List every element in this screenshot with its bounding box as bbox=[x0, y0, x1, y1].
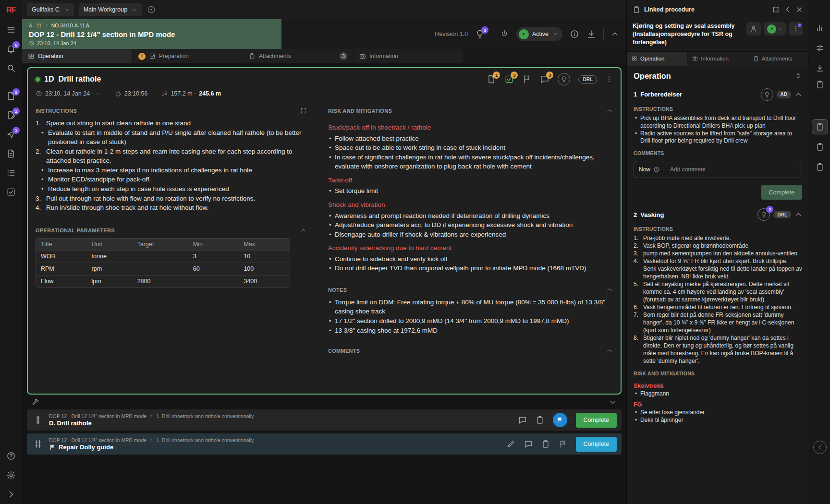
flag-icon bbox=[49, 444, 56, 451]
report-edit-icon: 1 bbox=[6, 110, 16, 120]
clock-icon bbox=[653, 166, 660, 173]
notifications-badge: 5 bbox=[12, 41, 20, 48]
menu-icon bbox=[6, 25, 16, 35]
camera-icon bbox=[692, 56, 698, 61]
panel-icon bbox=[816, 163, 824, 171]
chevron-down-icon bbox=[778, 26, 782, 31]
clock-icon bbox=[36, 90, 42, 97]
clipboard-icon bbox=[753, 56, 759, 61]
comment-button[interactable] bbox=[524, 440, 533, 448]
fullscreen-icon[interactable] bbox=[300, 108, 307, 114]
risk-item: Adjust/reduce parameters acc. to DD if e… bbox=[328, 220, 613, 230]
risk-item: Disengage auto-driller if shock & vibrat… bbox=[328, 230, 613, 240]
expand-collapse-all-button[interactable] bbox=[794, 72, 802, 80]
risk-item: Flaggmann bbox=[634, 390, 802, 398]
suggestion-button[interactable] bbox=[761, 88, 773, 101]
chart-icon bbox=[816, 24, 824, 32]
instruction-sub-item: Increase to max 3 meter steps if no indi… bbox=[36, 166, 307, 175]
instruction-sub-item: Reduce length on each step in case hole … bbox=[36, 184, 307, 194]
panel-icon bbox=[816, 122, 824, 131]
expand-tasks-button[interactable] bbox=[609, 398, 617, 406]
notification-dot bbox=[798, 24, 801, 27]
more-options-button[interactable] bbox=[789, 22, 803, 36]
risk-item: Follow attached best practice bbox=[328, 134, 613, 144]
timer-icon bbox=[115, 90, 122, 97]
document-icon bbox=[6, 149, 16, 158]
panel-icon bbox=[816, 143, 824, 151]
step-instructions: Pick up BHA assemblies from deck and tra… bbox=[634, 115, 802, 145]
flag-icon bbox=[556, 417, 563, 424]
risk-item: Do not drill deeper TVD than origional w… bbox=[328, 264, 613, 273]
chevron-up-icon[interactable] bbox=[606, 348, 613, 354]
flag-button[interactable] bbox=[522, 74, 532, 84]
person-icon bbox=[750, 25, 757, 33]
comment-button[interactable] bbox=[518, 416, 527, 424]
flag-button[interactable] bbox=[559, 440, 567, 448]
attachments-button[interactable]: 1 bbox=[487, 74, 496, 84]
depth-icon bbox=[161, 90, 168, 97]
lightbulb-icon bbox=[760, 211, 767, 218]
download-button[interactable] bbox=[586, 29, 596, 39]
close-panel-button[interactable] bbox=[795, 6, 803, 13]
info-button[interactable] bbox=[570, 29, 579, 39]
note-item: 13 3/8" casing shoe at 1972,6 mMD bbox=[328, 326, 613, 336]
chevron-up-icon[interactable] bbox=[300, 227, 307, 234]
check-square-icon bbox=[149, 53, 156, 60]
grid-icon bbox=[28, 53, 35, 60]
download-icon bbox=[816, 64, 824, 72]
start-procedure-dropdown[interactable] bbox=[764, 22, 786, 36]
collapse-step-button[interactable] bbox=[794, 211, 802, 218]
reports-badge: 1 bbox=[12, 108, 20, 115]
clipboard-icon bbox=[249, 53, 256, 60]
notes-list: Torque limit on DDM: Free rotating torqu… bbox=[328, 298, 613, 335]
chevron-right-icon bbox=[44, 23, 49, 28]
checklist-button[interactable]: 3 bbox=[504, 74, 514, 84]
clipboard-icon bbox=[633, 6, 640, 13]
chevron-left-icon bbox=[817, 444, 823, 451]
grid-icon bbox=[632, 56, 637, 61]
back-button[interactable] bbox=[784, 6, 792, 13]
instruction-item: Radio active sources to be lifted from "… bbox=[634, 130, 802, 145]
help-icon bbox=[6, 451, 16, 461]
report-button[interactable] bbox=[541, 440, 550, 448]
assignee-button[interactable] bbox=[746, 22, 761, 36]
chevron-down-icon bbox=[552, 31, 558, 37]
sensor-icon bbox=[500, 29, 509, 39]
risk-item: Awareness and prompt reaction needed if … bbox=[328, 211, 613, 221]
instruction-sub-item: Monitor ECD/standpipe for pack-off. bbox=[36, 175, 307, 184]
collapse-step-button[interactable] bbox=[794, 91, 802, 98]
clipboard-icon bbox=[816, 80, 824, 89]
instruction-sub-item: Evaluate to start in middle of stand and… bbox=[36, 128, 307, 147]
lightbulb-icon bbox=[764, 91, 770, 98]
bell-icon: 5 bbox=[6, 44, 16, 54]
procedures-badge: 2 bbox=[12, 88, 20, 96]
sync-status-icon[interactable] bbox=[146, 5, 156, 14]
suggestions-badge: 3 bbox=[481, 26, 488, 34]
chevron-right-icon bbox=[149, 414, 154, 419]
note-item: 17 1/2" section drilled to 2000,9 mMD (1… bbox=[328, 316, 613, 326]
filter-icon bbox=[816, 44, 824, 52]
chevron-right-icon bbox=[149, 438, 154, 443]
report-button[interactable] bbox=[536, 416, 544, 424]
note-item: Torque limit on DDM: Free rotating torqu… bbox=[328, 298, 613, 316]
open-in-window-button[interactable] bbox=[772, 6, 780, 13]
comments-button[interactable]: 3 bbox=[540, 74, 549, 84]
risk-items: Se etter løse gjenstander Dekk til åpnin… bbox=[634, 409, 802, 424]
gear-icon bbox=[6, 470, 16, 480]
chevron-down-icon bbox=[63, 7, 69, 12]
chevron-down-icon bbox=[131, 7, 137, 12]
risk-items: Flaggmann bbox=[634, 390, 802, 398]
risk-item: Continue to sidetrack and verify kick of… bbox=[328, 254, 613, 264]
chevron-up-icon[interactable] bbox=[606, 287, 613, 293]
chevron-up-icon[interactable] bbox=[606, 108, 613, 114]
risk-item: Set torque limit bbox=[328, 186, 613, 196]
edit-button[interactable] bbox=[507, 440, 515, 448]
list-icon bbox=[6, 168, 16, 178]
suggestions-button[interactable]: 3 bbox=[475, 29, 485, 39]
more-options-button[interactable] bbox=[605, 75, 613, 83]
play-icon bbox=[767, 24, 776, 34]
collapse-header-button[interactable] bbox=[611, 30, 619, 38]
chevron-right-icon bbox=[6, 490, 16, 499]
check-square-icon bbox=[6, 187, 16, 197]
send-icon: 1 bbox=[6, 130, 16, 139]
